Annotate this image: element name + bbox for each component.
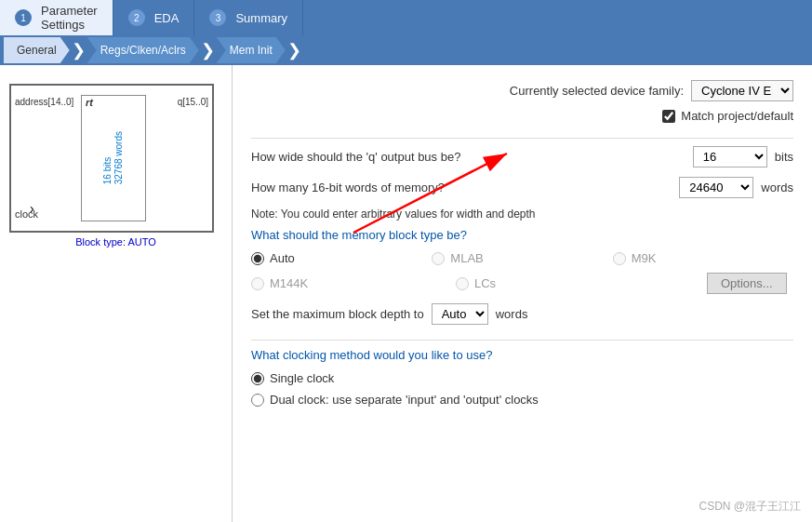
left-panel: address[14..0] rt q[15..0] clock 16 bits…: [0, 65, 233, 522]
breadcrumb-arrow-1: ❯: [72, 40, 86, 60]
breadcrumb-arrow-2: ❯: [201, 40, 215, 60]
radio-lcs-label: LCs: [474, 276, 496, 290]
breadcrumb-general[interactable]: General: [4, 37, 70, 63]
match-project-row: Match project/default: [251, 109, 793, 123]
memory-words-select[interactable]: 24640: [679, 177, 753, 198]
diagram-vertical-box: 16 bits 32768 words: [81, 95, 146, 221]
breadcrumb-arrow-3: ❯: [287, 40, 301, 60]
radio-mlab-label: MLAB: [450, 251, 483, 265]
tab-eda[interactable]: 2 EDA: [113, 0, 195, 35]
note-text: Note: You could enter arbitrary values f…: [251, 207, 793, 221]
main-area: address[14..0] rt q[15..0] clock 16 bits…: [0, 65, 812, 522]
radio-auto-label[interactable]: Auto: [270, 251, 295, 265]
diagram-box: address[14..0] rt q[15..0] clock 16 bits…: [9, 84, 214, 233]
tab-label-parameter: Parameter Settings: [41, 4, 98, 32]
tab-num-2: 2: [128, 9, 145, 26]
block-type-row-1: Auto MLAB M9K: [251, 251, 793, 265]
radio-m144k-label: M144K: [270, 276, 308, 290]
radio-mlab[interactable]: MLAB: [432, 251, 612, 265]
diagram-vertical-text: 16 bits 32768 words: [102, 131, 125, 184]
device-family-label: Currently selected device family:: [510, 84, 684, 98]
separator-2: [251, 340, 793, 341]
block-type-radio-group: Auto MLAB M9K M144K LCs: [251, 251, 793, 294]
match-project-checkbox[interactable]: [662, 110, 675, 123]
radio-lcs[interactable]: LCs: [456, 276, 660, 290]
block-type-row-2: M144K LCs Options...: [251, 273, 793, 294]
max-block-depth-row: Set the maximum block depth to Auto word…: [251, 303, 793, 325]
radio-lcs-input[interactable]: [456, 277, 469, 290]
port-q: q[15..0]: [178, 97, 208, 107]
q-bus-select[interactable]: 16: [693, 146, 767, 167]
tab-label-summary: Summary: [235, 11, 287, 25]
radio-auto-input[interactable]: [251, 252, 264, 265]
radio-m144k[interactable]: M144K: [251, 276, 456, 290]
tab-label-eda: EDA: [154, 11, 180, 25]
tab-num-1: 1: [15, 9, 32, 26]
memory-words-row: How many 16-bit words of memory? 24640 w…: [251, 177, 793, 198]
clock-single-label[interactable]: Single clock: [270, 371, 334, 385]
clock-tick: ›: [30, 201, 34, 216]
clock-dual-input[interactable]: [251, 394, 264, 407]
q-bus-unit: bits: [775, 150, 793, 164]
radio-m9k-label: M9K: [632, 251, 657, 265]
clock-options: Single clock Dual clock: use separate 'i…: [251, 371, 793, 407]
right-panel: Currently selected device family: Cyclon…: [233, 65, 812, 522]
clock-single[interactable]: Single clock: [251, 371, 793, 385]
device-family-select[interactable]: Cyclone IV E: [691, 80, 793, 101]
tab-num-3: 3: [209, 9, 226, 26]
max-block-depth-select[interactable]: Auto: [432, 303, 488, 325]
memory-words-unit: words: [761, 181, 793, 194]
top-tab-bar: 1 Parameter Settings 2 EDA 3 Summary: [0, 0, 812, 35]
block-type-label: Block type: AUTO: [9, 236, 222, 248]
max-block-depth-unit: words: [496, 307, 528, 321]
tab-summary[interactable]: 3 Summary: [194, 0, 303, 35]
device-family-row: Currently selected device family: Cyclon…: [251, 80, 793, 101]
watermark: CSDN @混子王江江: [699, 499, 801, 515]
match-project-label[interactable]: Match project/default: [681, 109, 793, 123]
memory-words-label: How many 16-bit words of memory?: [251, 181, 672, 194]
radio-mlab-input[interactable]: [432, 252, 445, 265]
port-clock: clock: [15, 208, 38, 220]
clock-dual[interactable]: Dual clock: use separate 'input' and 'ou…: [251, 393, 793, 407]
radio-m144k-input[interactable]: [251, 277, 264, 290]
radio-m9k-input[interactable]: [613, 252, 626, 265]
radio-m9k[interactable]: M9K: [613, 251, 793, 265]
breadcrumb-mem-init[interactable]: Mem Init: [217, 37, 286, 63]
breadcrumb-nav: General ❯ Regs/Clken/Aclrs ❯ Mem Init ❯: [0, 35, 812, 65]
options-button[interactable]: Options...: [707, 273, 787, 294]
port-address: address[14..0]: [15, 97, 73, 107]
q-bus-label: How wide should the 'q' output bus be?: [251, 150, 686, 164]
max-block-depth-label: Set the maximum block depth to: [251, 307, 424, 321]
radio-auto[interactable]: Auto: [251, 251, 432, 265]
tab-parameter-settings[interactable]: 1 Parameter Settings: [0, 0, 113, 35]
breadcrumb-regs[interactable]: Regs/Clken/Aclrs: [87, 37, 199, 63]
block-type-question: What should the memory block type be?: [251, 228, 793, 242]
clock-single-input[interactable]: [251, 372, 264, 385]
q-bus-row: How wide should the 'q' output bus be? 1…: [251, 146, 793, 167]
separator-1: [251, 138, 793, 139]
clock-question: What clocking method would you like to u…: [251, 348, 793, 362]
clock-dual-label[interactable]: Dual clock: use separate 'input' and 'ou…: [270, 393, 539, 407]
